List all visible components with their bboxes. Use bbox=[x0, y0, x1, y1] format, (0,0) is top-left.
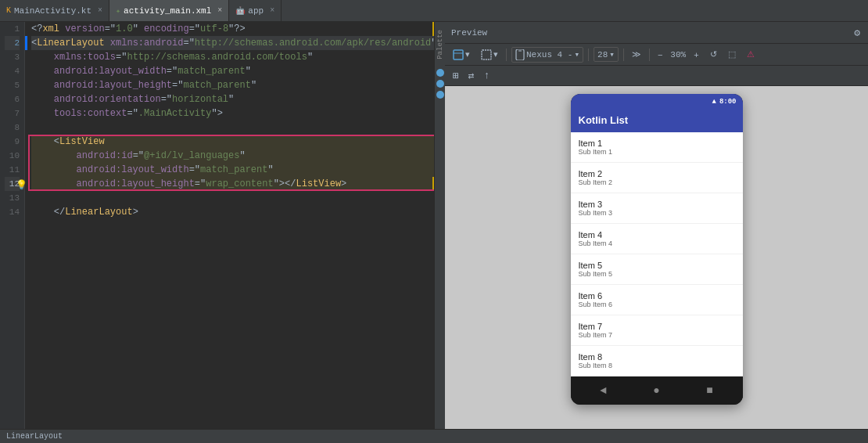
code-line-10: android:id="@+id/lv_languages" bbox=[31, 149, 434, 163]
list-item-6-title: Item 6 bbox=[579, 291, 735, 301]
zoom-out-btn[interactable]: − bbox=[655, 49, 665, 61]
list-item-1-title: Item 1 bbox=[579, 139, 735, 148]
list-item-5-title: Item 5 bbox=[579, 261, 735, 270]
bulb-icon-12[interactable]: 💡 bbox=[16, 178, 27, 193]
tab-close-activity-xml[interactable]: × bbox=[217, 6, 222, 15]
list-item-2-title: Item 2 bbox=[579, 169, 735, 178]
grid-icon-btn[interactable]: ⊞ bbox=[451, 68, 461, 84]
bottom-bar: LinearLayout bbox=[0, 429, 868, 443]
screen-btn[interactable]: ⬚ bbox=[725, 48, 739, 61]
list-item-1-sub: Sub Item 1 bbox=[579, 148, 735, 156]
phone-icon bbox=[515, 49, 525, 60]
ln-13: 13 bbox=[5, 191, 20, 205]
preview-panel: Preview ⚙ ▾ ▾ bbox=[445, 22, 868, 429]
preview-content: ▲ 8:00 Kotlin List Item 1 Sub Item 1 bbox=[445, 86, 868, 429]
design-btn-chevron: ▾ bbox=[465, 49, 470, 59]
kotlin-icon: K bbox=[6, 6, 11, 15]
code-line-14: </LinearLayout> bbox=[31, 205, 434, 219]
preview-title: Preview bbox=[451, 28, 487, 38]
yellow-stripe-1 bbox=[432, 22, 434, 36]
preview-settings-btn[interactable]: ⚙ bbox=[852, 25, 862, 41]
palette-sidebar: Palette bbox=[434, 22, 445, 429]
tab-label-activity-xml: activity_main.xml bbox=[124, 6, 211, 16]
list-item-3-sub: Sub Item 3 bbox=[579, 209, 735, 217]
palette-indicator-3[interactable] bbox=[436, 91, 444, 99]
editor-pane[interactable]: 1 2 3 4 5 6 7 8 9 10 11 12 13 14 bbox=[0, 22, 434, 429]
tab-bar: K MainActivity.kt × ✦ activity_main.xml … bbox=[0, 0, 868, 22]
list-item-4-title: Item 4 bbox=[579, 230, 735, 240]
list-item-7-title: Item 7 bbox=[579, 322, 735, 331]
list-item-8-title: Item 8 bbox=[579, 352, 735, 362]
back-nav-icon: ◄ bbox=[600, 384, 606, 397]
ln-8: 8 bbox=[5, 121, 20, 135]
blueprint-btn[interactable]: ▾ bbox=[478, 48, 501, 62]
list-item-3: Item 3 Sub Item 3 bbox=[571, 193, 743, 224]
list-item-5-sub: Sub Item 5 bbox=[579, 270, 735, 278]
phone-nav-bar: ◄ ● ■ bbox=[571, 376, 743, 405]
blueprint-icon bbox=[481, 49, 492, 60]
ln-7: 7 bbox=[5, 106, 20, 121]
right-panel: Palette Preview ⚙ bbox=[434, 22, 868, 429]
code-line-4: android:layout_width="match_parent" bbox=[31, 64, 434, 78]
code-area: <?xml version="1.0" encoding="utf-8"?> <… bbox=[25, 22, 434, 429]
line-numbers: 1 2 3 4 5 6 7 8 9 10 11 12 13 14 bbox=[0, 22, 25, 429]
code-line-3: xmlns:tools="http://schemas.android.com/… bbox=[31, 50, 434, 64]
preview-header: Preview ⚙ bbox=[445, 22, 868, 44]
design-icon bbox=[453, 49, 464, 60]
ln-5: 5 bbox=[5, 78, 20, 92]
design-btn[interactable]: ▾ bbox=[450, 48, 473, 62]
code-line-11: android:layout_width="match_parent" bbox=[31, 163, 434, 177]
list-item-4: Item 4 Sub Item 4 bbox=[571, 224, 743, 254]
ln-4: 4 bbox=[5, 64, 20, 78]
refresh-btn[interactable]: ↺ bbox=[707, 48, 720, 61]
palette-indicator-2[interactable] bbox=[436, 80, 444, 88]
tab-activity-xml[interactable]: ✦ activity_main.xml × bbox=[109, 0, 229, 21]
list-item-4-sub: Sub Item 4 bbox=[579, 240, 735, 247]
ln-11: 11 bbox=[5, 163, 20, 177]
ln-10: 10 bbox=[5, 149, 20, 163]
up-btn[interactable]: ↑ bbox=[482, 68, 492, 83]
separator-3 bbox=[623, 49, 624, 61]
phone-status-bar: ▲ 8:00 bbox=[571, 94, 743, 110]
separator-1 bbox=[506, 49, 507, 61]
swap-btn[interactable]: ⇄ bbox=[467, 68, 476, 84]
api-level: 28 bbox=[597, 50, 608, 59]
list-item-2: Item 2 Sub Item 2 bbox=[571, 163, 743, 193]
separator-4 bbox=[649, 49, 650, 61]
list-item-8-sub: Sub Item 8 bbox=[579, 362, 735, 369]
code-line-13 bbox=[31, 191, 434, 205]
app-title: Kotlin List bbox=[579, 114, 629, 126]
api-selector[interactable]: 28 ▾ bbox=[594, 47, 619, 62]
separator-2 bbox=[588, 49, 589, 61]
code-line-1: <?xml version="1.0" encoding="utf-8"?> bbox=[31, 22, 434, 36]
editor-content: 1 2 3 4 5 6 7 8 9 10 11 12 13 14 bbox=[0, 22, 434, 429]
svg-rect-4 bbox=[518, 50, 522, 51]
palette-indicator-1[interactable] bbox=[436, 69, 444, 77]
change-bar-2 bbox=[25, 36, 27, 50]
bottom-bar-text: LinearLayout bbox=[6, 432, 63, 441]
tab-close-main-kt[interactable]: × bbox=[98, 6, 102, 15]
tab-label-app: app bbox=[248, 6, 264, 16]
more-btn[interactable]: ≫ bbox=[629, 48, 644, 61]
preview-toolbar-1: ▾ ▾ Nexus 4 - ▾ bbox=[445, 44, 868, 66]
phone-list: Item 1 Sub Item 1 Item 2 Sub Item 2 Item… bbox=[571, 132, 743, 376]
zoom-in-btn[interactable]: + bbox=[690, 49, 701, 61]
device-name: Nexus 4 - bbox=[526, 50, 572, 59]
tab-main-kt[interactable]: K MainActivity.kt × bbox=[0, 0, 109, 21]
zoom-level: 30% bbox=[670, 50, 686, 59]
list-item-8: Item 8 Sub Item 8 bbox=[571, 346, 743, 376]
device-selector[interactable]: Nexus 4 - ▾ bbox=[511, 47, 583, 63]
xml-icon: ✦ bbox=[116, 6, 120, 16]
code-line-6: android:orientation="horizontal" bbox=[31, 92, 434, 106]
error-btn[interactable]: ⚠ bbox=[744, 48, 758, 61]
tab-close-app[interactable]: × bbox=[270, 6, 274, 15]
wifi-signal-icon: ▲ bbox=[712, 98, 716, 106]
ln-14: 14 bbox=[5, 205, 20, 219]
status-time: 8:00 bbox=[719, 98, 737, 106]
blueprint-chevron: ▾ bbox=[493, 49, 498, 59]
list-item-6: Item 6 Sub Item 6 bbox=[571, 285, 743, 315]
svg-rect-2 bbox=[482, 50, 491, 59]
tab-app[interactable]: 🤖 app × bbox=[229, 0, 282, 21]
ln-6: 6 bbox=[5, 92, 20, 106]
svg-rect-0 bbox=[454, 50, 463, 59]
